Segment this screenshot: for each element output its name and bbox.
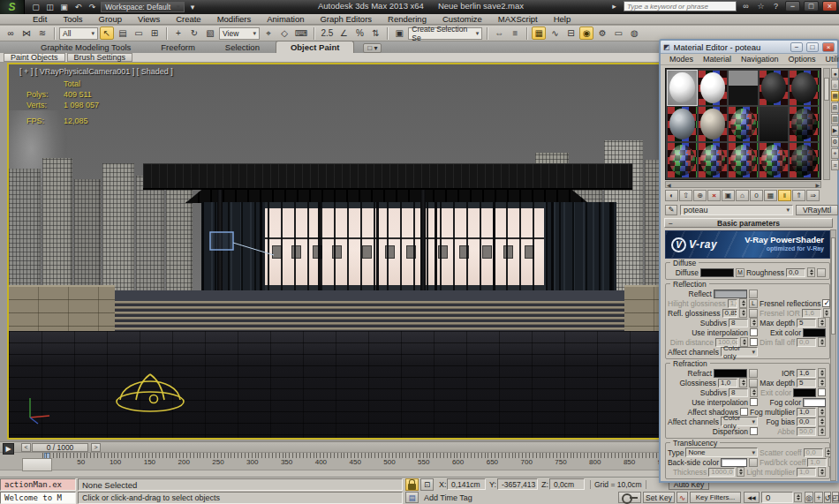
previous-frame-button[interactable]: < [21,443,31,452]
menu-animation[interactable]: Animation [259,14,312,24]
dim-falloff-field[interactable]: 0,0 [797,338,816,347]
menu-help[interactable]: Help [546,14,579,24]
bind-to-space-warp-icon[interactable]: ≋ [35,26,49,40]
refract-color-swatch[interactable] [714,369,747,378]
select-object-icon[interactable]: ↖ [100,26,114,40]
material-sample-slot-3[interactable] [729,71,758,105]
refract-map-button[interactable] [749,369,758,378]
backlight-icon[interactable]: ☼ [831,79,839,90]
abbe-field[interactable]: 50,0 [797,427,816,436]
fresnel-ior-field[interactable]: 1,6 [802,309,821,318]
ribbon-tab-object-paint[interactable]: Object Paint [276,41,354,53]
ribbon-tab-selection[interactable]: Selection [211,41,274,53]
refr-affect-channels-dropdown[interactable]: Color only▾ [721,417,758,426]
sample-horizontal-scrollbar[interactable]: ◀▶ [665,181,821,188]
dim-distance-checkbox[interactable] [750,338,758,346]
fog-color-swatch[interactable] [803,398,826,407]
subtab-brush-settings[interactable]: Brush Settings [67,53,133,62]
material-sample-slot-6[interactable] [668,107,697,141]
reflect-map-button[interactable] [749,290,758,298]
material-sample-slot-7[interactable] [699,107,728,141]
thickness-field[interactable]: 1000,0 [708,468,735,477]
select-by-material-icon[interactable]: ⌖ [831,148,839,159]
show-map-in-viewport-icon[interactable]: ▦ [764,190,777,201]
search-flyout-icon[interactable]: ▸ [608,1,620,11]
x-coordinate-field[interactable]: 0,141cm [447,478,486,490]
maximize-button[interactable]: □ [804,1,819,11]
named-selection-sets-dropdown[interactable]: Create Selection Se▾ [408,27,482,40]
menu-edit[interactable]: Edit [25,14,55,24]
workspace-dropdown[interactable]: Workspace: Default▾ [101,2,185,12]
maxscript-listener-output[interactable]: Welcome to M [0,492,76,504]
menu-rendering[interactable]: Rendering [380,14,435,24]
make-preview-icon[interactable]: ▶ [831,125,839,136]
menu-graph-editors[interactable]: Graph Editors [312,14,380,24]
background-icon[interactable]: ▦ [831,91,839,102]
sample-vertical-scrollbar[interactable] [823,68,830,180]
open-file-icon[interactable]: ◫ [44,2,56,12]
material-sample-slot-9[interactable] [760,107,789,141]
angle-snap-toggle-icon[interactable]: ∠ [336,26,351,40]
selection-lock-toggle[interactable] [405,478,419,491]
ior-field[interactable]: 1,6 [797,369,816,378]
reflect-color-swatch[interactable] [714,290,747,298]
select-and-rotate-icon[interactable]: ↻ [187,26,201,40]
refr-glossiness-spinner[interactable] [739,378,747,387]
unlink-selection-icon[interactable]: ⋈ [19,26,34,40]
render-production-icon[interactable]: ◍ [627,26,641,40]
material-editor-title-bar[interactable]: ◩ Material Editor - poteau − □ × [661,41,837,54]
next-frame-button[interactable]: > [91,443,101,452]
menu-maxscript[interactable]: MAXScript [490,14,546,24]
dim-falloff-spinner[interactable] [818,337,826,347]
favorites-star-icon[interactable]: ☆ [755,1,767,11]
sample-type-icon[interactable]: ● [831,68,839,79]
backside-map-button[interactable] [749,458,758,467]
refr-max-depth-field[interactable]: 5 [797,379,816,387]
refr-subdivs-spinner[interactable] [750,387,758,397]
material-type-button[interactable]: VRayMtl [796,205,838,215]
zoom-icon[interactable]: ◎ [805,492,813,503]
menu-customize[interactable]: Customize [435,14,490,24]
fog-multiplier-field[interactable]: 1,0 [797,408,816,417]
refl-use-interpolation-checkbox[interactable] [750,328,758,336]
basic-parameters-rollout[interactable]: −Basic parameters [664,218,833,228]
material-sample-slot-11[interactable] [668,143,697,177]
refl-subdivs-spinner[interactable] [750,318,758,327]
current-frame-field[interactable]: 0 [761,492,793,503]
material-editor-icon[interactable]: ◉ [579,26,593,40]
3dsmax-logo[interactable]: S [0,0,25,14]
abbe-spinner[interactable] [818,426,826,436]
new-file-icon[interactable]: ▢ [30,2,42,12]
refr-glossiness-map-button[interactable] [749,379,758,387]
help-icon[interactable]: ? [770,1,782,11]
key-filters-button[interactable]: Key Filters... [690,492,741,503]
material-sample-slot-14[interactable] [760,143,789,177]
manage-layers-icon[interactable]: ▦ [532,26,546,40]
diffuse-map-button[interactable]: M [736,268,745,277]
pick-material-eyedropper-icon[interactable]: ✎ [665,205,677,215]
select-and-scale-icon[interactable]: ▧ [203,26,217,40]
material-name-dropdown[interactable]: poteau▾ [680,205,793,215]
render-setup-icon[interactable]: ⚙ [595,26,609,40]
roughness-map-button[interactable] [817,268,826,277]
translucency-type-dropdown[interactable]: None▾ [685,448,758,457]
me-menu-utilities[interactable]: Utilities [821,55,839,64]
window-crossing-toggle-icon[interactable]: ⊞ [147,26,162,40]
snaps-toggle-icon[interactable]: 2.5 [319,26,335,40]
refl-glossiness-map-button[interactable] [749,309,758,318]
scatter-coeff-field[interactable]: 0,0 [804,448,823,457]
redo-icon[interactable]: ↷ [87,2,98,12]
refr-use-interpolation-checkbox[interactable] [750,398,758,406]
go-to-parent-icon[interactable]: ⇑ [792,190,805,201]
select-and-move-icon[interactable]: + [171,26,185,40]
me-minimize-button[interactable]: − [790,42,803,52]
rectangular-selection-region-icon[interactable]: ▭ [132,26,146,40]
material-sample-slot-10[interactable] [790,107,819,141]
diffuse-color-swatch[interactable] [700,268,734,277]
keyboard-shortcut-override-icon[interactable]: ⌨ [293,26,309,40]
parameters-scrollbar[interactable] [830,229,836,481]
me-menu-navigation[interactable]: Navigation [737,55,783,64]
me-close-button[interactable]: × [822,42,835,52]
material-sample-slot-1[interactable] [668,71,697,105]
refr-max-depth-spinner[interactable] [818,378,826,387]
